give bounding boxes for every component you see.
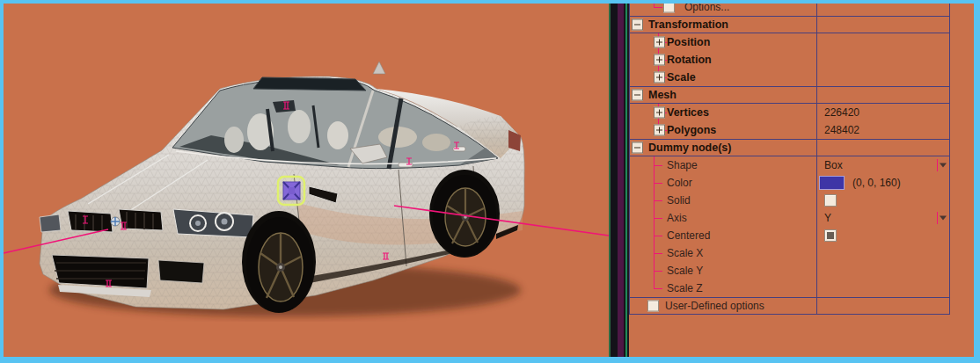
property-row-scale-x: Scale X <box>630 244 949 262</box>
property-row-polygons: Polygons 248402 <box>630 121 949 139</box>
property-row-centered: Centered <box>630 227 949 244</box>
car-model-canvas <box>4 4 609 357</box>
group-label[interactable]: Mesh <box>648 89 676 101</box>
property-label: Color <box>667 177 692 189</box>
property-row-scale-y: Scale Y <box>630 262 949 280</box>
property-label[interactable]: Vertices <box>667 106 709 119</box>
options-checkbox[interactable] <box>663 4 675 13</box>
property-label[interactable]: Position <box>667 36 710 48</box>
property-label[interactable]: Polygons <box>667 124 716 136</box>
property-label: Scale X <box>667 247 703 259</box>
collapse-toggle-icon[interactable] <box>632 90 643 101</box>
expand-toggle-icon[interactable] <box>654 54 665 66</box>
property-row-vertices: Vertices 226420 <box>630 104 949 121</box>
window-content: Options... Transformation <box>4 4 974 357</box>
sunroof <box>253 77 366 91</box>
tree-line <box>654 7 662 8</box>
property-label: Scale Z <box>667 282 703 294</box>
property-label[interactable]: Scale <box>667 71 696 83</box>
expand-toggle-icon[interactable] <box>654 37 665 48</box>
property-row-solid: Solid <box>630 192 949 209</box>
expand-toggle-icon[interactable] <box>654 107 665 119</box>
rear-wheel <box>429 170 500 258</box>
chevron-down-icon[interactable] <box>940 216 947 221</box>
centered-checkbox[interactable] <box>824 229 837 242</box>
property-table: Options... Transformation <box>629 4 950 315</box>
property-label: Axis <box>667 212 687 224</box>
shape-value[interactable]: Box <box>824 159 843 171</box>
property-label: Solid <box>667 194 691 207</box>
tree-line <box>654 218 662 219</box>
collapse-toggle-icon[interactable] <box>632 142 643 154</box>
property-row-scale: Scale <box>630 69 949 86</box>
property-group-mesh: Mesh <box>630 86 949 104</box>
property-row-scale-z: Scale Z <box>630 280 949 297</box>
property-label[interactable]: Options... <box>684 4 729 13</box>
property-label[interactable]: User-Defined options <box>665 300 764 312</box>
property-group-transformation: Transformation <box>630 16 949 33</box>
tree-line <box>654 280 655 288</box>
viewport-3d[interactable] <box>4 4 609 357</box>
property-row-user-defined-options: User-Defined options <box>630 297 949 315</box>
chevron-down-icon[interactable] <box>940 163 947 168</box>
group-label[interactable]: Transformation <box>648 18 728 31</box>
property-label[interactable]: Rotation <box>667 54 712 66</box>
tree-line <box>654 288 662 289</box>
color-rgb-value: (0, 0, 160) <box>852 177 901 189</box>
polygons-value: 248402 <box>824 124 859 136</box>
dropdown-separator <box>937 212 938 224</box>
property-row-position: Position <box>630 33 949 51</box>
property-label: Scale Y <box>667 265 703 277</box>
expand-toggle-icon[interactable] <box>654 72 665 83</box>
property-row-color: Color (0, 0, 160) <box>630 174 949 192</box>
property-row-shape: Shape Box <box>630 156 949 174</box>
tree-line <box>654 271 662 272</box>
property-row-options: Options... <box>630 4 949 16</box>
axis-value[interactable]: Y <box>824 212 831 224</box>
front-wheel <box>242 211 316 313</box>
property-label: Shape <box>667 159 698 171</box>
tree-line <box>654 165 662 166</box>
tree-line <box>654 236 662 236</box>
dummy-node-marker[interactable] <box>278 177 304 205</box>
solid-checkbox[interactable] <box>824 194 837 207</box>
properties-panel: Options... Transformation <box>629 4 974 357</box>
group-label[interactable]: Dummy node(s) <box>648 142 731 154</box>
panel-splitter[interactable] <box>609 4 629 357</box>
vertices-value: 226420 <box>824 106 859 119</box>
tree-line <box>654 183 662 184</box>
expand-toggle-icon[interactable] <box>654 125 665 136</box>
dropdown-separator <box>937 159 938 171</box>
property-row-axis: Axis Y <box>630 209 949 227</box>
property-group-dummy-nodes: Dummy node(s) <box>630 139 949 156</box>
antenna-fin <box>373 62 385 74</box>
tree-line <box>654 200 662 201</box>
property-row-rotation: Rotation <box>630 51 949 69</box>
color-swatch[interactable] <box>819 176 845 190</box>
tree-line <box>654 253 662 254</box>
user-defined-options-checkbox[interactable] <box>647 301 659 312</box>
collapse-toggle-icon[interactable] <box>632 19 643 31</box>
app-window: Options... Transformation <box>0 0 980 363</box>
property-label: Centered <box>667 229 710 242</box>
